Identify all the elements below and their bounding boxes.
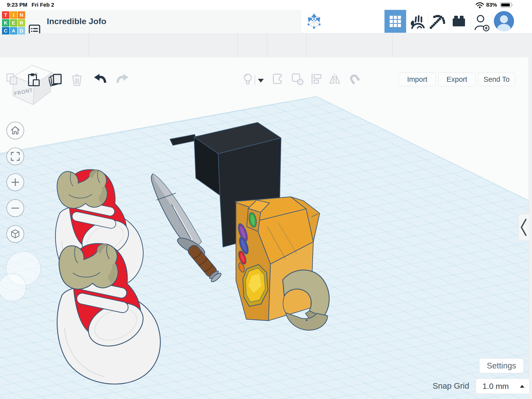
dropdown-caret-icon[interactable]	[258, 78, 264, 83]
avatar[interactable]	[494, 11, 514, 31]
header-divider	[471, 12, 471, 30]
zoom-out-button[interactable]	[6, 199, 24, 217]
duplicate-icon[interactable]	[49, 73, 63, 87]
logo-tile: D	[18, 27, 25, 34]
tinkercad-logo[interactable]: T I N K E R C A D	[2, 11, 26, 35]
toolbar-divider	[392, 33, 393, 57]
hand-icon[interactable]	[410, 15, 425, 30]
status-date: Fri Feb 2	[32, 2, 54, 8]
logo-tile: T	[2, 11, 9, 19]
home-view-icon	[10, 126, 20, 135]
snap-grid-label: Snap Grid	[406, 381, 469, 391]
logo-tile: C	[2, 27, 9, 34]
logo-tile: N	[18, 11, 25, 19]
header-right-section: AR Viewer	[301, 10, 532, 33]
toolbar: Import Export Send To	[0, 33, 532, 57]
panel-expand-tab[interactable]	[518, 214, 529, 241]
snap-grid-dropdown[interactable]: 1.0 mm	[476, 379, 530, 394]
align-icon[interactable]	[311, 73, 323, 85]
toolbar-divider	[267, 33, 267, 57]
logo-tile: I	[10, 11, 17, 19]
import-button[interactable]: Import	[399, 72, 436, 86]
status-bar: 9:23 PM Fri Feb 2 83%	[0, 0, 532, 10]
header-divider	[449, 12, 449, 30]
design-canvas[interactable]: TOP FRONT Settings Snap Grid	[0, 57, 532, 399]
fit-view-button[interactable]	[6, 148, 24, 165]
wifi-icon	[475, 1, 484, 8]
show-all-icon[interactable]	[242, 73, 254, 86]
copy-icon[interactable]	[6, 73, 19, 86]
paste-icon[interactable]	[28, 73, 40, 87]
logo-tile: K	[2, 19, 9, 27]
header-divider	[428, 12, 428, 30]
status-time: 9:23 PM	[7, 2, 27, 8]
app-header: AR Viewer	[0, 10, 532, 33]
fit-view-icon	[10, 151, 20, 161]
toolbar-divider	[237, 33, 238, 57]
perspective-icon	[10, 229, 20, 239]
infinity-gauntlet-model[interactable]	[235, 197, 320, 321]
avatar-silhouette	[494, 11, 514, 31]
workplane-3d-scene[interactable]	[0, 57, 532, 399]
redo-icon[interactable]	[116, 73, 129, 85]
zoom-in-button[interactable]	[6, 173, 24, 191]
right-panel-strip	[529, 57, 532, 399]
send-to-button[interactable]: Send To	[478, 72, 515, 86]
zoom-out-icon	[10, 203, 20, 213]
grid-view-button[interactable]	[384, 10, 406, 33]
perspective-toggle-button[interactable]	[6, 225, 24, 243]
pickaxe-icon[interactable]	[430, 14, 446, 30]
export-button[interactable]: Export	[438, 72, 475, 86]
settings-button[interactable]: Settings	[479, 358, 524, 373]
undo-icon[interactable]	[94, 73, 106, 85]
brick-icon[interactable]	[452, 16, 466, 29]
ar-viewer-icon[interactable]	[307, 13, 321, 30]
logo-tile: A	[10, 27, 17, 34]
ungroup-icon[interactable]	[291, 73, 304, 85]
magnet-icon[interactable]	[348, 73, 361, 86]
toolbar-divider	[306, 33, 307, 57]
mirror-icon[interactable]	[329, 73, 341, 85]
logo-tile: E	[10, 19, 17, 27]
collapse-panel-chevron-icon	[519, 217, 528, 238]
document-title[interactable]: Incredible Jofo	[47, 10, 106, 33]
battery-icon	[500, 1, 514, 8]
delete-icon[interactable]	[71, 73, 83, 87]
dropdown-up-caret-icon	[520, 385, 524, 388]
home-view-button[interactable]	[6, 122, 24, 139]
bulb-dropdown-divider	[255, 75, 255, 85]
battery-percent: 83%	[486, 2, 497, 8]
view-cube[interactable]: TOP FRONT	[7, 61, 64, 117]
snap-grid-value: 1.0 mm	[482, 382, 520, 391]
grid-view-icon	[389, 15, 401, 28]
add-person-icon[interactable]	[474, 14, 490, 32]
toolbar-divider	[89, 33, 89, 57]
header-divider	[492, 12, 493, 30]
logo-tile: R	[18, 19, 25, 27]
zoom-in-icon	[10, 177, 20, 187]
group-icon[interactable]	[272, 73, 283, 85]
